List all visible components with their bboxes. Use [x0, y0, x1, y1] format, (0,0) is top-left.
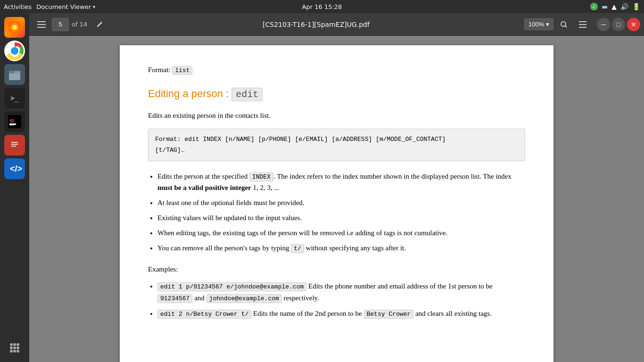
sidebar: >_ IDEA </> [0, 13, 29, 362]
sidebar-item-evince[interactable] [4, 135, 25, 156]
svg-rect-18 [11, 146, 16, 147]
format-value: list [172, 66, 192, 75]
svg-point-2 [12, 25, 17, 30]
example2-name: Betsy Crower [364, 310, 414, 319]
bullet-item-4: When editing tags, the existing tags of … [157, 227, 525, 239]
svg-point-5 [12, 48, 17, 54]
chevron-down-icon: ▾ [546, 21, 549, 28]
svg-point-29 [17, 350, 19, 353]
system-tray: ✓ ▬ ▲ 🔊 🔋 [590, 3, 640, 10]
example1-code: edit 1 p/91234567 e/johndoe@example.com [157, 282, 306, 291]
svg-rect-35 [579, 21, 586, 22]
app-name-label[interactable]: Document Viewer ▾ [36, 3, 95, 10]
format-line2: [t/TAG]… [155, 145, 518, 156]
examples-label: Examples: [148, 263, 525, 275]
sidebar-item-grid[interactable] [4, 337, 25, 358]
svg-point-24 [10, 346, 13, 349]
svg-rect-8 [9, 71, 15, 74]
chevron-down-icon: ▾ [93, 4, 95, 9]
example-item-2: edit 2 n/Betsy Crower t/ Edits the name … [157, 308, 525, 320]
example1-phone: 91234567 [157, 294, 192, 303]
search-button[interactable] [555, 16, 572, 33]
svg-text:EA: EA [10, 123, 14, 127]
format-block: Format: edit INDEX [n/NAME] [p/PHONE] [e… [148, 129, 525, 161]
svg-point-25 [13, 346, 16, 349]
bullet-item-1: Edits the person at the specified INDEX.… [157, 171, 525, 194]
volume-icon: 🔊 [620, 3, 628, 10]
svg-rect-7 [9, 73, 20, 80]
close-button[interactable]: ✕ [627, 18, 640, 31]
messaging-icon: ▬ [602, 3, 608, 10]
bullet-list: Edits the person at the specified INDEX.… [157, 171, 525, 255]
svg-rect-16 [11, 142, 18, 143]
battery-icon: 🔋 [632, 3, 640, 10]
maximize-button[interactable]: □ [612, 18, 625, 31]
svg-rect-17 [11, 144, 18, 145]
document-title: [CS2103-T16-1][SpamEZ]UG.pdf [110, 21, 522, 28]
t-slash-code: t/ [291, 244, 304, 253]
sidebar-item-vscode[interactable]: </> [4, 158, 25, 179]
app-window: of 14 [CS2103-T16-1][SpamEZ]UG.pdf 100% … [29, 13, 644, 362]
activities-button[interactable]: Activities [4, 3, 32, 10]
page-navigation: of 14 [52, 18, 89, 31]
sidebar-item-files[interactable] [4, 64, 25, 85]
format-top-line: Format: list [148, 64, 525, 76]
sidebar-item-firefox[interactable] [4, 17, 25, 38]
zoom-control: 100% ▾ [524, 18, 553, 30]
bullet-item-5: You can remove all the person's tags by … [157, 242, 525, 254]
sync-status-icon: ✓ [590, 3, 598, 10]
pdf-page: Format: list Editing a person : edit Edi… [120, 45, 553, 362]
examples-list: edit 1 p/91234567 e/johndoe@example.com … [157, 280, 525, 319]
edit-code-badge: edit [231, 88, 263, 101]
svg-rect-37 [579, 27, 586, 28]
example-item-1: edit 1 p/91234567 e/johndoe@example.com … [157, 280, 525, 304]
svg-point-22 [13, 343, 16, 346]
svg-text:ID: ID [10, 118, 15, 123]
section-description: Edits an existing person in the contacts… [148, 110, 525, 121]
example1-email: johndoe@example.com [206, 294, 282, 303]
index-code: INDEX [249, 173, 273, 181]
menu-button[interactable] [574, 16, 591, 33]
svg-rect-36 [579, 24, 586, 25]
example2-code: edit 2 n/Betsy Crower t/ [157, 310, 251, 319]
format-label: Format: [148, 66, 172, 74]
window-controls: ─ □ ✕ [597, 18, 640, 31]
sidebar-item-intellij[interactable]: IDEA [4, 111, 25, 132]
format-line1: Format: edit INDEX [n/NAME] [p/PHONE] [e… [155, 134, 518, 145]
toolbar: of 14 [CS2103-T16-1][SpamEZ]UG.pdf 100% … [29, 13, 644, 36]
minimize-button[interactable]: ─ [597, 18, 610, 31]
svg-point-23 [17, 343, 19, 346]
page-total: of 14 [72, 21, 87, 28]
svg-point-28 [13, 350, 16, 353]
svg-rect-32 [37, 27, 46, 28]
wifi-icon: ▲ [611, 3, 617, 10]
bullet-item-2: At least one of the optional fields must… [157, 197, 525, 208]
svg-text:</>: </> [10, 164, 22, 173]
clock: Apr 16 15:28 [302, 3, 342, 10]
svg-point-26 [17, 346, 19, 349]
bullet-item-3: Existing values will be updated to the i… [157, 212, 525, 223]
system-bar: Activities Document Viewer ▾ Apr 16 15:2… [0, 0, 644, 13]
svg-text:>_: >_ [10, 94, 18, 102]
svg-rect-30 [37, 21, 46, 22]
main-layout: >_ IDEA </> [0, 13, 644, 362]
zoom-level-button[interactable]: 100% ▾ [524, 18, 553, 30]
svg-point-27 [10, 350, 13, 353]
svg-rect-31 [37, 24, 46, 25]
sidebar-toggle-button[interactable] [33, 16, 50, 33]
sidebar-item-chrome[interactable] [4, 41, 25, 61]
svg-line-34 [565, 25, 567, 27]
pencil-button[interactable] [91, 16, 108, 33]
svg-point-21 [10, 343, 13, 346]
page-number-input[interactable] [52, 18, 69, 31]
section-heading: Editing a person : edit [148, 85, 525, 102]
sidebar-item-terminal[interactable]: >_ [4, 88, 25, 108]
pdf-area[interactable]: Format: list Editing a person : edit Edi… [29, 36, 644, 362]
